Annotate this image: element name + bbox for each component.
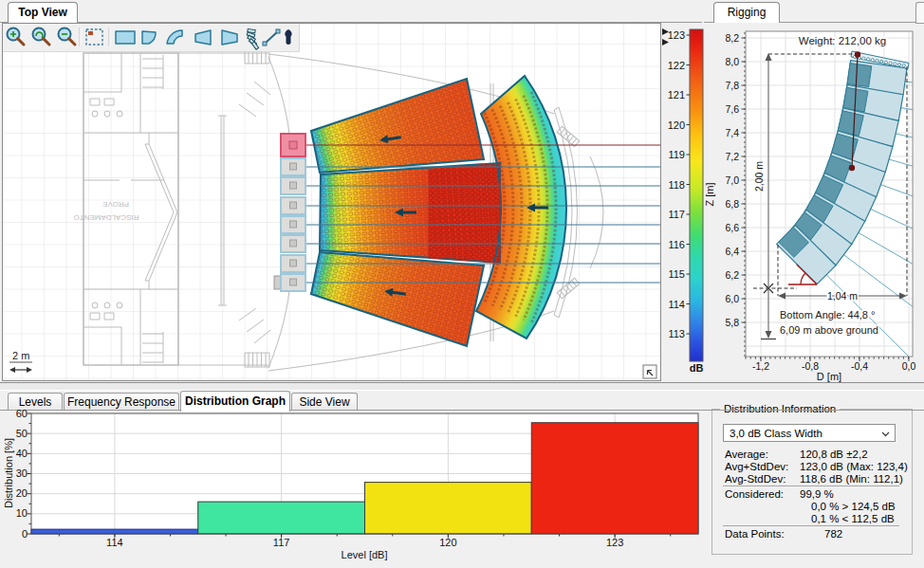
weight-label: Weight: 212,00 kg <box>799 35 887 46</box>
svg-text:120: 120 <box>439 537 456 548</box>
rig-x-label: D [m] <box>817 371 841 382</box>
data-points-value: 782 <box>824 528 842 540</box>
svg-text:6,6: 6,6 <box>725 222 739 233</box>
svg-text:40: 40 <box>16 448 28 459</box>
svg-text:-0,4: -0,4 <box>851 360 868 372</box>
tab-rigging[interactable]: Rigging <box>713 2 780 23</box>
bar <box>198 502 365 534</box>
separator <box>723 486 899 486</box>
distance-tool-icon[interactable] <box>263 29 280 46</box>
svg-text:121: 121 <box>668 89 685 101</box>
above-ground-label: 6,09 m above ground <box>780 324 878 336</box>
considered-label: Considered: <box>725 488 784 500</box>
svg-text:0: 0 <box>22 528 28 540</box>
svg-text:117: 117 <box>668 209 685 220</box>
avg-minus-stddev-value: 118,6 dB (Min: 112,1) <box>800 473 903 485</box>
zoom-out-icon[interactable] <box>59 28 76 46</box>
svg-text:113: 113 <box>668 328 685 339</box>
line-array-tool-icon[interactable] <box>247 28 258 49</box>
area-trapezoid-left-icon[interactable] <box>195 30 211 45</box>
svg-text:8,2: 8,2 <box>725 32 739 44</box>
class-width-value: 3,0 dB Class Width <box>730 428 822 439</box>
svg-text:120: 120 <box>668 119 685 131</box>
svg-text:10: 10 <box>16 507 28 519</box>
average-label: Average: <box>725 449 768 460</box>
avg-plus-stddev-label: Avg+StdDev: <box>725 461 788 472</box>
separator <box>723 525 899 526</box>
svg-text:8,0: 8,0 <box>725 56 739 67</box>
distribution-information-group: Distribution Information 3,0 dB Class Wi… <box>711 409 913 555</box>
svg-text:50: 50 <box>16 428 28 439</box>
colorbar-unit: dB <box>690 362 704 374</box>
zoom-previous-icon[interactable] <box>33 28 50 46</box>
svg-text:0,0: 0,0 <box>902 360 916 372</box>
tab-partial[interactable] <box>915 2 924 24</box>
rig-y-label: Z [m] <box>704 182 715 206</box>
hist-x-label: Level [dB] <box>342 549 388 560</box>
area-quarter-circle-icon[interactable] <box>142 31 156 44</box>
svg-text:-1,2: -1,2 <box>752 360 769 372</box>
svg-text:7,2: 7,2 <box>725 151 739 162</box>
svg-text:114: 114 <box>668 299 685 310</box>
avg-plus-stddev-value: 123,0 dB (Max: 123,4) <box>800 461 908 472</box>
considered-value: 99,9 % <box>800 488 834 500</box>
area-arc-icon[interactable] <box>167 30 182 44</box>
svg-text:6,4: 6,4 <box>725 246 739 257</box>
rigging-chart[interactable]: 8,28,07,87,67,47,27,06,86,66,46,26,05,8-… <box>704 23 924 382</box>
spl-colorbar: 123122121120119118117116115114113dB <box>661 23 707 382</box>
bar <box>365 483 532 534</box>
scale-label: 2 m <box>12 350 29 361</box>
svg-text:118: 118 <box>668 179 685 191</box>
average-value: 120,8 dB ±2,2 <box>800 449 868 460</box>
bottom-angle-label: Bottom Angle: 44,8 ° <box>780 309 875 321</box>
svg-text:20: 20 <box>16 487 28 499</box>
top-view-map[interactable]: PROVERISCALDAMENTO2 m <box>2 23 661 381</box>
chevron-down-icon <box>881 431 890 437</box>
svg-text:114: 114 <box>106 537 123 548</box>
zoom-reset-button <box>643 365 656 378</box>
width-dim: 1,04 m <box>827 290 858 302</box>
map-toolbar <box>3 24 300 52</box>
center-of-gravity <box>849 165 855 171</box>
svg-text:117: 117 <box>273 537 290 548</box>
class-width-select[interactable]: 3,0 dB Class Width <box>723 424 896 442</box>
svg-text:30: 30 <box>16 467 28 479</box>
distribution-histogram: 1141171201230102030405060Level [dB]Distr… <box>0 408 702 568</box>
svg-text:5,8: 5,8 <box>725 317 739 328</box>
svg-text:116: 116 <box>668 239 685 250</box>
considered-above: 0,0 % > 124,5 dB <box>811 501 896 512</box>
height-dim: 2,00 m <box>753 161 765 192</box>
svg-text:122: 122 <box>668 60 685 71</box>
svg-text:7,0: 7,0 <box>725 174 739 186</box>
svg-text:119: 119 <box>668 149 685 160</box>
top-view-tabbar: Top View <box>0 0 702 23</box>
bar <box>531 423 698 534</box>
svg-text:115: 115 <box>668 268 685 280</box>
svg-text:6,0: 6,0 <box>725 293 739 304</box>
avg-minus-stddev-label: Avg-StdDev: <box>725 473 785 485</box>
svg-text:PROVE: PROVE <box>102 200 129 209</box>
svg-text:RISCALDAMENTO: RISCALDAMENTO <box>74 213 139 222</box>
svg-text:123: 123 <box>606 537 623 548</box>
speaker-tool-icon[interactable] <box>285 29 291 45</box>
svg-text:7,8: 7,8 <box>725 80 739 91</box>
area-rectangle-icon[interactable] <box>116 31 135 44</box>
data-points-label: Data Points: <box>725 528 785 540</box>
splitter[interactable] <box>0 382 924 391</box>
tabline <box>0 22 702 23</box>
zoom-window-icon[interactable] <box>86 29 102 45</box>
svg-text:7,4: 7,4 <box>725 127 739 138</box>
colorbar-gradient <box>690 29 703 361</box>
considered-below: 0,1 % < 112,5 dB <box>811 513 895 524</box>
svg-text:6,2: 6,2 <box>725 269 739 281</box>
app-window: Top View Rigging PROVERISCALDAMENTO2 m 1… <box>0 0 924 568</box>
pickup-point <box>855 51 860 57</box>
svg-text:7,6: 7,6 <box>725 103 739 115</box>
svg-text:123: 123 <box>668 29 685 41</box>
rigging-tabbar: Rigging <box>704 0 924 23</box>
tab-top-view[interactable]: Top View <box>8 2 78 23</box>
area-trapezoid-right-icon[interactable] <box>222 30 237 45</box>
zoom-in-icon[interactable] <box>8 28 25 46</box>
svg-text:6,8: 6,8 <box>725 198 739 210</box>
hist-y-label: Distribution [%] <box>3 438 14 508</box>
